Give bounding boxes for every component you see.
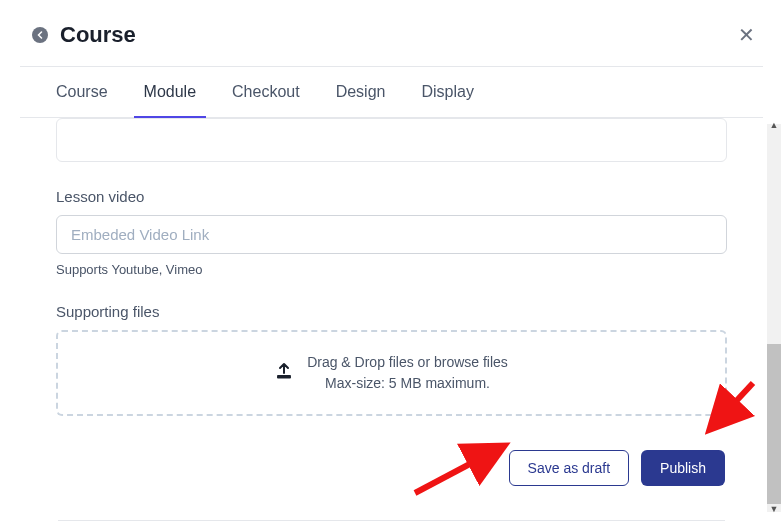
- svg-rect-0: [277, 376, 291, 379]
- tab-design[interactable]: Design: [336, 67, 386, 117]
- lesson-video-hint: Supports Youtube, Vimeo: [56, 262, 727, 277]
- modal-header: Course ✕: [0, 0, 783, 66]
- dropzone-text: Drag & Drop files or browse files Max-si…: [307, 352, 508, 394]
- header-left: Course: [32, 22, 136, 48]
- lesson-video-label: Lesson video: [56, 188, 727, 205]
- content-wrapper: Lesson video Supports Youtube, Vimeo Sup…: [0, 118, 783, 518]
- upload-icon: [275, 362, 293, 385]
- supporting-files-section: Supporting files Drag & Drop files or br…: [56, 303, 727, 416]
- supporting-files-label: Supporting files: [56, 303, 727, 320]
- save-draft-button[interactable]: Save as draft: [509, 450, 630, 486]
- divider: [58, 520, 725, 521]
- action-buttons: Save as draft Publish: [56, 450, 727, 486]
- page-title: Course: [60, 22, 136, 48]
- publish-button[interactable]: Publish: [641, 450, 725, 486]
- lesson-video-input[interactable]: [56, 215, 727, 254]
- tabs: Course Module Checkout Design Display: [20, 67, 763, 118]
- scroll-down-icon[interactable]: ▼: [769, 504, 779, 514]
- close-icon[interactable]: ✕: [738, 23, 755, 47]
- lesson-video-section: Lesson video Supports Youtube, Vimeo: [56, 188, 727, 277]
- tab-display[interactable]: Display: [421, 67, 473, 117]
- scroll-up-icon[interactable]: ▲: [769, 120, 779, 130]
- file-dropzone[interactable]: Drag & Drop files or browse files Max-si…: [56, 330, 727, 416]
- back-icon[interactable]: [32, 27, 48, 43]
- tab-module[interactable]: Module: [144, 67, 196, 117]
- dropzone-line1: Drag & Drop files or browse files: [307, 352, 508, 373]
- previous-field-box: [56, 118, 727, 162]
- content: Lesson video Supports Youtube, Vimeo Sup…: [0, 118, 783, 521]
- scrollbar-thumb[interactable]: [767, 344, 781, 504]
- tab-course[interactable]: Course: [56, 67, 108, 117]
- form-panel: Lesson video Supports Youtube, Vimeo Sup…: [38, 118, 745, 510]
- dropzone-line2: Max-size: 5 MB maximum.: [307, 373, 508, 394]
- tab-checkout[interactable]: Checkout: [232, 67, 300, 117]
